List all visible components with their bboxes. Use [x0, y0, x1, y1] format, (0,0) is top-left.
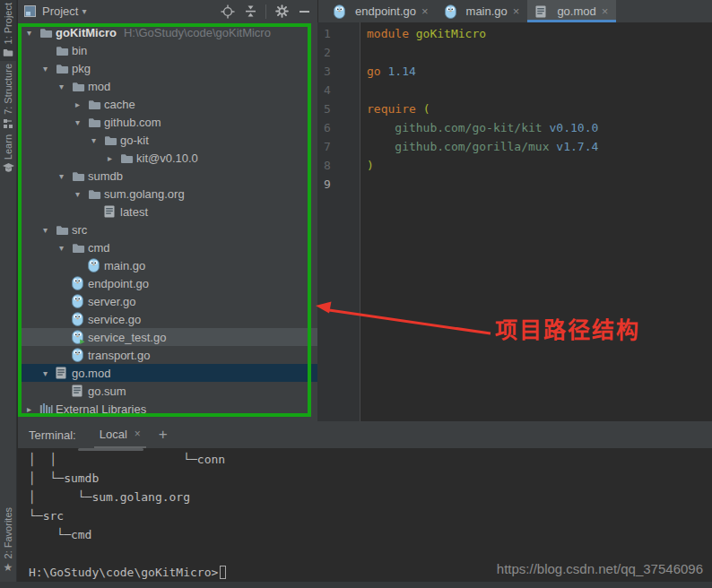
tree-item-go.sum[interactable]: go.sum — [18, 382, 317, 400]
tree-item-label: cache — [104, 98, 135, 111]
new-terminal-icon[interactable]: + — [159, 426, 168, 444]
toolwindow-button-favorites[interactable]: 2: Favorites★ — [0, 505, 16, 575]
chevron-expanded-icon[interactable]: ▾ — [73, 117, 88, 127]
tree-item-label: External Libraries — [56, 402, 146, 416]
gotest-icon — [72, 330, 88, 344]
chevron-expanded-icon[interactable]: ▾ — [56, 243, 72, 253]
folder-icon — [56, 63, 72, 74]
editor-tab-endpoint.go[interactable]: endpoint.go× — [326, 0, 437, 22]
toolwindow-button-label: 7: Structure — [3, 64, 13, 115]
close-terminal-tab-icon[interactable]: × — [135, 428, 141, 440]
line-number: 6 — [317, 118, 361, 137]
modfile-icon — [72, 385, 88, 397]
editor-tab-bar: endpoint.go×main.go×go.mod× — [317, 0, 712, 22]
go-icon — [72, 312, 88, 326]
chevron-down-icon[interactable]: ▾ — [82, 6, 86, 16]
terminal-line: │ └─sumdb — [29, 469, 712, 488]
tree-item-service_test.go[interactable]: service_test.go — [18, 328, 317, 346]
tree-item-gokitmicro[interactable]: ▾goKitMicroH:\GoStudy\code\goKitMicro — [18, 23, 317, 41]
chevron-expanded-icon[interactable]: ▾ — [40, 64, 56, 74]
tree-item-service.go[interactable]: service.go — [18, 310, 317, 328]
chevron-collapsed-icon[interactable]: ▸ — [24, 404, 39, 414]
tree-item-cache[interactable]: ▸cache — [18, 95, 317, 113]
toolwindow-button-label: 1: Project — [3, 3, 13, 44]
tree-item-label: sumdb — [88, 169, 123, 183]
toolwindow-button-label: 2: Favorites — [3, 507, 13, 558]
tool-window-bar: 1: Project7: StructureLearn 2: Favorites… — [0, 0, 17, 588]
chevron-expanded-icon[interactable]: ▾ — [89, 135, 104, 145]
editor-pane[interactable]: 1module goKitMicro23go 1.1445require (6 … — [317, 22, 712, 421]
locate-icon[interactable] — [221, 4, 235, 19]
tree-item-main.go[interactable]: main.go — [18, 256, 317, 274]
close-tab-icon[interactable]: × — [602, 5, 609, 17]
tree-item-endpoint.go[interactable]: endpoint.go — [18, 274, 317, 292]
folder-icon — [72, 242, 88, 254]
code-text: github.com/go-kit/kit v0.10.0 — [361, 118, 598, 137]
line-number: 3 — [317, 62, 361, 81]
folder-icon — [56, 224, 72, 236]
tree-item-sum.golang.org[interactable]: ▾sum.golang.org — [18, 185, 317, 203]
project-panel-header: Project ▾ — [18, 0, 317, 22]
tree-item-kit@v0.10.0[interactable]: ▸kit@v0.10.0 — [18, 149, 317, 167]
line-number: 4 — [317, 81, 361, 99]
toolwindow-button-structure[interactable]: 7: Structure — [0, 61, 16, 132]
gear-icon[interactable] — [274, 4, 289, 19]
tree-item-cmd[interactable]: ▾cmd — [18, 238, 317, 256]
project-folder-icon — [3, 47, 14, 58]
tree-item-label: transport.go — [88, 349, 150, 362]
toolwindow-button-project[interactable]: 1: Project — [0, 0, 16, 61]
terminal-prompt: H:\GoStudy\code\goKitMicro> — [29, 563, 218, 582]
editor-tab-main.go[interactable]: main.go× — [437, 0, 528, 22]
chevron-expanded-icon[interactable]: ▾ — [56, 82, 72, 91]
tree-item-bin[interactable]: bin — [18, 41, 317, 59]
tree-item-pkg[interactable]: ▾pkg — [18, 59, 317, 77]
chevron-expanded-icon[interactable]: ▾ — [73, 189, 88, 199]
tree-item-label: server.go — [88, 295, 135, 308]
terminal-line: └─src — [29, 506, 712, 525]
terminal-scrollbar[interactable] — [78, 448, 143, 451]
line-number: 1 — [317, 24, 361, 43]
close-tab-icon[interactable]: × — [513, 5, 520, 17]
tree-item-transport.go[interactable]: transport.go — [18, 346, 317, 364]
chevron-expanded-icon[interactable]: ▾ — [40, 368, 56, 378]
tree-item-github.com[interactable]: ▾github.com — [18, 113, 317, 131]
chevron-expanded-icon[interactable]: ▾ — [40, 225, 56, 235]
tree-item-label: goKitMicro — [56, 26, 117, 39]
terminal-tab-local[interactable]: Local × — [94, 421, 146, 448]
code-text: ) — [361, 156, 374, 175]
chevron-expanded-icon[interactable]: ▾ — [24, 28, 39, 38]
tree-item-label: go.mod — [72, 367, 110, 380]
line-number: 7 — [317, 137, 361, 156]
libs-icon — [39, 403, 56, 415]
go-icon — [72, 276, 88, 290]
tree-item-label: go-kit — [120, 134, 149, 147]
tree-item-src[interactable]: ▾src — [18, 220, 317, 238]
go-icon — [72, 294, 88, 308]
hide-panel-icon[interactable] — [297, 4, 311, 19]
tree-item-label: go.sum — [88, 385, 126, 398]
chevron-expanded-icon[interactable]: ▾ — [56, 171, 72, 181]
folder-icon — [88, 99, 104, 110]
tree-item-external-libraries[interactable]: ▸External Libraries — [18, 400, 317, 418]
collapse-all-icon[interactable] — [243, 4, 257, 19]
chevron-collapsed-icon[interactable]: ▸ — [73, 99, 88, 109]
tree-item-sumdb[interactable]: ▾sumdb — [18, 167, 317, 185]
editor-tab-go.mod[interactable]: go.mod× — [527, 0, 616, 22]
tree-item-label: cmd — [88, 241, 110, 255]
tree-item-go.mod[interactable]: ▾go.mod — [18, 364, 317, 382]
toolwindow-button-learn[interactable]: Learn — [0, 132, 16, 177]
tree-item-label: pkg — [72, 62, 91, 75]
tree-item-go-kit[interactable]: ▾go-kit — [18, 131, 317, 149]
tree-item-mod[interactable]: ▾mod — [18, 77, 317, 95]
tree-item-label: service_test.go — [88, 331, 166, 344]
chevron-collapsed-icon[interactable]: ▸ — [105, 153, 120, 163]
terminal-line: │ │ └─conn — [29, 450, 712, 469]
project-tree[interactable]: ▾goKitMicroH:\GoStudy\code\goKitMicrobin… — [18, 22, 317, 421]
terminal-line: │ └─sum.golang.org — [29, 488, 712, 506]
folder-icon — [88, 188, 104, 200]
tree-item-latest[interactable]: latest — [18, 203, 317, 220]
folder-icon — [56, 45, 72, 56]
learn-icon — [3, 162, 14, 174]
close-tab-icon[interactable]: × — [421, 5, 429, 17]
tree-item-server.go[interactable]: server.go — [18, 292, 317, 310]
